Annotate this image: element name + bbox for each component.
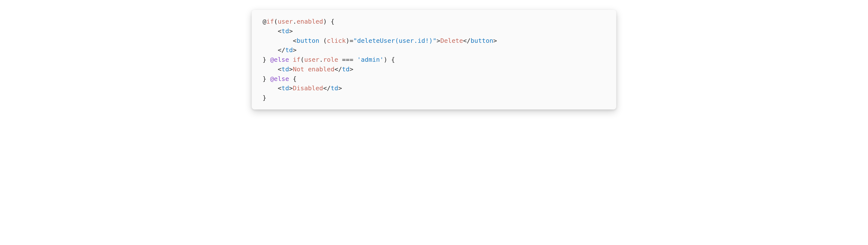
cgt: >: [338, 84, 342, 92]
equals: =: [349, 37, 353, 44]
tag-td-close: td: [331, 84, 338, 92]
lt: <: [278, 27, 281, 35]
cgt: >: [349, 65, 353, 73]
tag-td: td: [282, 65, 289, 73]
quote: ": [353, 37, 357, 44]
code-line-6: <td>Not enabled</td>: [262, 65, 353, 73]
lbrace: {: [293, 75, 297, 82]
identifier-user: user: [278, 18, 292, 25]
cgt: >: [493, 37, 497, 44]
code-snippet-card: @if(user.enabled) { <td> <button (click)…: [252, 10, 616, 109]
tag-td: td: [282, 27, 289, 35]
code-line-8: <td>Disabled</td>: [262, 84, 342, 92]
else-keyword: @else: [270, 75, 289, 82]
rbrace: }: [262, 94, 266, 101]
code-line-1: @if(user.enabled) {: [262, 18, 335, 25]
space: [353, 56, 357, 63]
if-keyword: if: [293, 56, 301, 63]
space: [266, 75, 270, 82]
code-line-7: } @else {: [262, 75, 297, 82]
tag-td-close: td: [342, 65, 349, 73]
string-admin: admin: [361, 56, 380, 63]
else-keyword: @else: [270, 56, 289, 63]
cgt: >: [293, 46, 297, 54]
tag-td: td: [282, 84, 289, 92]
lt: <: [293, 37, 297, 44]
identifier-role: role: [323, 56, 338, 63]
space: [319, 37, 323, 44]
rparen: ): [346, 37, 349, 44]
gt: >: [289, 27, 293, 35]
code-line-2: <td>: [262, 27, 293, 35]
space: [289, 56, 292, 63]
at-symbol: @: [262, 18, 266, 25]
clt: </: [278, 46, 285, 54]
squote: ': [380, 56, 383, 63]
rparen: ): [323, 18, 327, 25]
code-block: @if(user.enabled) { <td> <button (click)…: [262, 17, 606, 103]
dot: .: [293, 18, 297, 25]
dot: .: [319, 56, 323, 63]
clt: </: [323, 84, 331, 92]
tag-button: button: [297, 37, 319, 44]
squote: ': [357, 56, 361, 63]
code-line-3: <button (click)="deleteUser(user.id!)">D…: [262, 37, 497, 44]
string-deleteuser: deleteUser(user.id!): [357, 37, 433, 44]
text-delete: Delete: [440, 37, 463, 44]
space: [289, 75, 292, 82]
gt: >: [289, 84, 293, 92]
space: [327, 18, 331, 25]
code-line-9: }: [262, 94, 266, 101]
lparen: (: [323, 37, 327, 44]
text-not-enabled: Not enabled: [293, 65, 335, 73]
space: [266, 56, 270, 63]
lparen: (: [301, 56, 304, 63]
lbrace: {: [391, 56, 395, 63]
lt: <: [278, 84, 281, 92]
lbrace: {: [331, 18, 334, 25]
identifier-enabled: enabled: [297, 18, 323, 25]
identifier-user: user: [304, 56, 319, 63]
space: [338, 56, 342, 63]
tag-button-close: button: [470, 37, 493, 44]
code-line-5: } @else if(user.role === 'admin') {: [262, 56, 395, 63]
if-keyword: if: [266, 18, 274, 25]
clt: </: [335, 65, 342, 73]
lt: <: [278, 65, 281, 73]
tag-td-close: td: [285, 46, 293, 54]
gt: >: [289, 65, 293, 73]
rbrace: }: [262, 75, 266, 82]
rparen: ): [383, 56, 387, 63]
space: [388, 56, 391, 63]
quote: ": [433, 37, 436, 44]
gt: >: [436, 37, 440, 44]
code-line-4: </td>: [262, 46, 297, 54]
rbrace: }: [262, 56, 266, 63]
clt: </: [463, 37, 471, 44]
strict-equals: ===: [342, 56, 353, 63]
lparen: (: [274, 18, 278, 25]
attr-click: click: [327, 37, 346, 44]
text-disabled: Disabled: [293, 84, 323, 92]
